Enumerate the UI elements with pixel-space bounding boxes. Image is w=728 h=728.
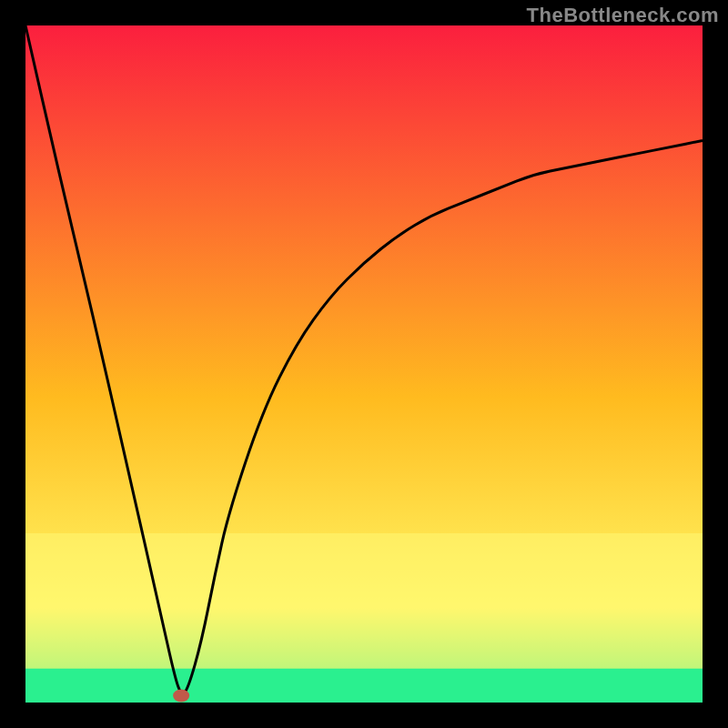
trough-marker (173, 690, 189, 703)
watermark-text: TheBottleneck.com (527, 4, 719, 27)
chart-frame: TheBottleneck.com (0, 0, 728, 728)
green-band (25, 669, 703, 703)
bottleneck-chart (0, 0, 728, 728)
yellow-band (25, 533, 703, 669)
plot-area (25, 25, 703, 703)
